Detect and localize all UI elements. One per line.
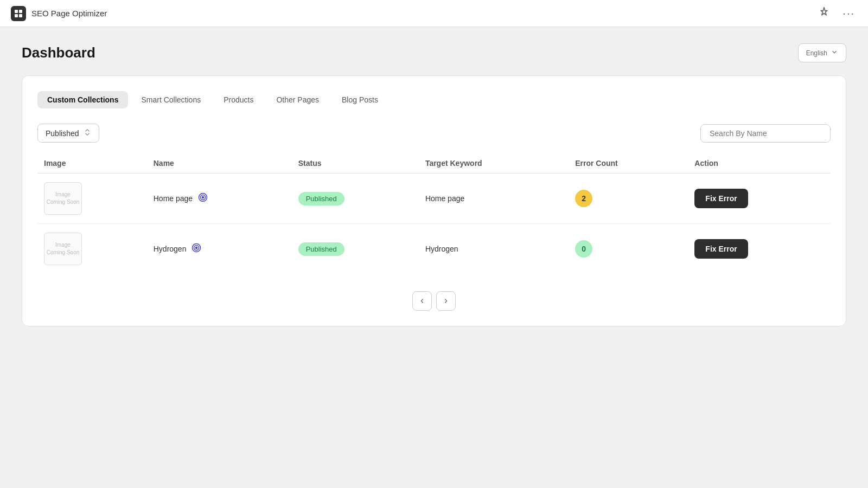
target-keyword-text: Home page (425, 194, 464, 203)
published-filter[interactable]: Published (37, 124, 99, 143)
row-1-name-cell: Hydrogen (147, 224, 292, 274)
svg-point-6 (202, 197, 204, 198)
row-1-keyword-cell: Hydrogen (419, 224, 569, 274)
topbar-left: SEO Page Optimizer (11, 6, 107, 21)
table-body: ImageComing Soon Home page PublishedHome… (37, 174, 831, 274)
image-placeholder: ImageComing Soon (44, 233, 82, 265)
fix-error-button[interactable]: Fix Error (694, 239, 748, 259)
col-action: Action (688, 153, 831, 174)
language-chevron-icon (831, 48, 838, 57)
tab-bar: Custom Collections Smart Collections Pro… (37, 91, 831, 108)
main-card: Custom Collections Smart Collections Pro… (22, 75, 846, 326)
table-row: ImageComing Soon Home page PublishedHome… (37, 174, 831, 224)
svg-point-9 (196, 247, 197, 249)
svg-rect-3 (19, 14, 22, 17)
app-logo (11, 6, 26, 21)
row-0-keyword-cell: Home page (419, 174, 569, 224)
pin-icon[interactable] (816, 4, 832, 22)
status-badge: Published (298, 242, 344, 256)
target-icon[interactable] (192, 243, 201, 255)
main-content: Dashboard English Custom Collections Sma… (0, 27, 868, 343)
collections-table: Image Name Status Target Keyword Error C… (37, 153, 831, 274)
published-arrows-icon (84, 129, 91, 138)
published-label: Published (46, 129, 79, 138)
error-count-badge: 2 (575, 190, 592, 207)
table-header: Image Name Status Target Keyword Error C… (37, 153, 831, 174)
toolbar: Published (37, 124, 831, 143)
prev-page-button[interactable] (412, 291, 432, 311)
svg-rect-2 (15, 14, 18, 17)
tab-products[interactable]: Products (214, 91, 263, 108)
language-selector[interactable]: English (798, 43, 846, 62)
page-title: Dashboard (22, 44, 95, 61)
row-1-status-cell: Published (292, 224, 419, 274)
col-name: Name (147, 153, 292, 174)
tab-blog-posts[interactable]: Blog Posts (332, 91, 388, 108)
fix-error-button[interactable]: Fix Error (694, 189, 748, 208)
row-0-name-cell: Home page (147, 174, 292, 224)
pagination (37, 291, 831, 311)
table-row: ImageComing Soon Hydrogen PublishedHydro… (37, 224, 831, 274)
col-image: Image (37, 153, 147, 174)
tab-smart-collections[interactable]: Smart Collections (131, 91, 210, 108)
target-keyword-text: Hydrogen (425, 245, 458, 253)
tab-other-pages[interactable]: Other Pages (266, 91, 329, 108)
svg-rect-1 (19, 10, 22, 13)
app-title: SEO Page Optimizer (31, 9, 107, 18)
error-count-badge: 0 (575, 240, 592, 258)
col-status: Status (292, 153, 419, 174)
topbar-right: ··· (816, 4, 857, 22)
row-1-image-cell: ImageComing Soon (37, 224, 147, 274)
status-badge: Published (298, 192, 344, 206)
row-0-action-cell: Fix Error (688, 174, 831, 224)
image-placeholder: ImageComing Soon (44, 182, 82, 215)
row-0-status-cell: Published (292, 174, 419, 224)
topbar: SEO Page Optimizer ··· (0, 0, 868, 27)
row-name-text: Home page (154, 194, 193, 203)
svg-rect-0 (15, 10, 18, 13)
next-page-button[interactable] (436, 291, 456, 311)
target-icon[interactable] (198, 192, 208, 204)
row-1-error-count-cell: 0 (569, 224, 688, 274)
more-options-icon[interactable]: ··· (840, 5, 857, 22)
row-0-image-cell: ImageComing Soon (37, 174, 147, 224)
col-target-keyword: Target Keyword (419, 153, 569, 174)
dashboard-header: Dashboard English (22, 43, 846, 62)
row-name-text: Hydrogen (154, 245, 187, 253)
row-1-action-cell: Fix Error (688, 224, 831, 274)
col-error-count: Error Count (569, 153, 688, 174)
search-input[interactable] (700, 124, 831, 143)
tab-custom-collections[interactable]: Custom Collections (37, 91, 128, 108)
language-label: English (806, 49, 827, 57)
row-0-error-count-cell: 2 (569, 174, 688, 224)
